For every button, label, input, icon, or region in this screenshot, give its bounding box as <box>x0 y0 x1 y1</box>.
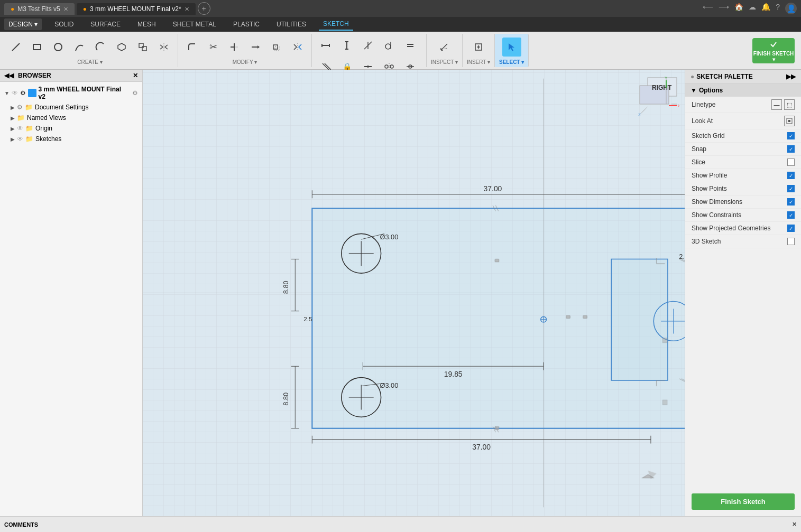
browser-close[interactable]: ✕ <box>133 72 138 79</box>
tool-offset[interactable] <box>267 38 286 57</box>
svg-point-30 <box>385 65 388 68</box>
tool-perpendicular[interactable] <box>358 36 378 55</box>
tab2-close[interactable]: ✕ <box>185 6 189 13</box>
root-gear[interactable]: ⚙ <box>20 89 26 97</box>
palette-linetype: Linetype — ⬚ <box>685 97 801 113</box>
options-header[interactable]: ▼ Options <box>685 84 801 97</box>
menu-surface[interactable]: SURFACE <box>86 18 125 30</box>
cloud-icon[interactable]: ☁ <box>749 3 756 14</box>
named-views-expand[interactable]: ▶ <box>11 115 15 121</box>
root-eye[interactable]: 👁 <box>12 89 18 97</box>
3d-sketch-checkbox[interactable] <box>787 238 795 245</box>
tool-horizontal[interactable] <box>316 36 335 55</box>
tool-rect2[interactable] <box>133 38 152 57</box>
show-dimensions-checkbox[interactable]: ✓ <box>787 198 795 206</box>
svg-rect-59 <box>611 259 668 380</box>
show-constraints-checkbox[interactable]: ✓ <box>787 211 795 219</box>
show-profile-checkbox[interactable]: ✓ <box>787 172 795 179</box>
tree-item-origin[interactable]: ▶ 👁 📁 Origin <box>2 123 140 134</box>
tree-item-root[interactable]: ▼ 👁 ⚙ 3 mm WHEEL MOUNT Final v2 ⚙ <box>2 84 140 102</box>
palette-title: SKETCH PALETTE <box>696 73 752 80</box>
tree-item-named-views[interactable]: ▶ 📁 Named Views <box>2 113 140 123</box>
svg-rect-12 <box>275 46 279 51</box>
inspect-label[interactable]: INSPECT ▾ <box>431 59 458 65</box>
3d-sketch-label: 3D Sketch <box>692 238 721 245</box>
design-dropdown[interactable]: DESIGN ▾ <box>4 18 42 30</box>
tool-rectangle[interactable] <box>27 38 47 57</box>
sketches-expand[interactable]: ▶ <box>11 136 15 142</box>
tool-tangent[interactable] <box>380 36 399 55</box>
menu-solid[interactable]: SOLID <box>50 18 78 30</box>
bottom-area: COMMENTS ✕ ⏮ ◀ ⏹ ▶ ⏭ ⊞ ⊟ <box>0 516 801 532</box>
tool-circle[interactable] <box>49 38 68 57</box>
menu-sheet-metal[interactable]: SHEET METAL <box>169 18 220 30</box>
svg-point-44 <box>769 40 778 49</box>
snap-checkbox[interactable]: ✓ <box>787 145 795 153</box>
tool-equal[interactable] <box>401 36 420 55</box>
menu-utilities[interactable]: UTILITIES <box>272 18 310 30</box>
slice-checkbox[interactable] <box>787 158 795 166</box>
sketch-grid-checkbox[interactable]: ✓ <box>787 132 795 139</box>
origin-expand[interactable]: ▶ <box>11 126 15 132</box>
menu-sketch[interactable]: SKETCH <box>319 18 353 31</box>
tree-item-sketches[interactable]: ▶ 👁 📁 Sketches <box>2 134 140 144</box>
tool-line[interactable] <box>6 38 25 57</box>
tool-polygon[interactable] <box>112 38 131 57</box>
tab1-close[interactable]: ✕ <box>63 6 68 13</box>
tool-mirror2[interactable] <box>288 38 307 57</box>
tool-select[interactable] <box>502 38 521 57</box>
create-label[interactable]: CREATE ▾ <box>77 59 103 65</box>
sketch-svg[interactable]: 37.00 37.00 19.85 8.80 8.80 3.00 <box>143 70 685 516</box>
tool-insert[interactable] <box>469 38 488 57</box>
root-expand[interactable]: ▼ <box>4 90 10 96</box>
origin-eye[interactable]: 👁 <box>17 125 23 132</box>
modify-label[interactable]: MODIFY ▾ <box>233 59 257 65</box>
snap-label: Snap <box>692 145 706 153</box>
tab-wheel-mount[interactable]: ● 3 mm WHEEL MOUNT Final v2* ✕ <box>77 3 196 15</box>
tool-measure[interactable]: ↔ <box>435 38 454 57</box>
tool-fillet[interactable] <box>182 38 201 57</box>
linetype-icon2[interactable]: ⬚ <box>784 99 795 110</box>
show-projected-checkbox[interactable]: ✓ <box>787 225 795 232</box>
notification-icon[interactable]: 🔔 <box>761 3 770 14</box>
sketches-label: Sketches <box>35 135 61 143</box>
finish-sketch-palette-btn[interactable]: Finish Sketch <box>692 493 795 510</box>
comments-bar: COMMENTS ✕ <box>0 516 801 532</box>
browser-expand-icon[interactable]: ◀◀ <box>4 72 14 79</box>
toolbar-modify-section: ✂ MODIFY ▾ <box>178 34 312 67</box>
tree-item-doc-settings[interactable]: ▶ ⚙ 📁 Document Settings <box>2 102 140 113</box>
user-avatar[interactable]: 👤 <box>785 3 797 14</box>
show-points-checkbox[interactable]: ✓ <box>787 185 795 192</box>
tool-vertical[interactable] <box>337 36 356 55</box>
palette-3d-sketch: 3D Sketch <box>685 235 801 248</box>
svg-point-28 <box>367 66 369 68</box>
tool-scissors[interactable]: ✂ <box>204 38 223 57</box>
toolbar-insert-section: INSERT ▾ <box>463 34 495 67</box>
canvas-area[interactable]: RIGHT Z X Y <box>143 70 685 516</box>
sidebar: ◀◀ BROWSER ✕ ▼ 👁 ⚙ 3 mm WHEEL MOUNT Fina… <box>0 70 143 516</box>
finish-sketch-toolbar-btn[interactable]: FINISH SKETCH ▾ <box>752 38 795 63</box>
linetype-icon1[interactable]: — <box>771 99 782 110</box>
insert-label[interactable]: INSERT ▾ <box>467 59 490 65</box>
tab-m3-test[interactable]: ● M3 Test Fits v5 ✕ <box>4 3 75 15</box>
tool-extend[interactable] <box>246 38 265 57</box>
select-label[interactable]: SELECT ▾ <box>499 59 524 65</box>
tool-spline[interactable] <box>70 38 89 57</box>
sketches-eye[interactable]: 👁 <box>17 135 23 143</box>
palette-expand[interactable]: ▶▶ <box>786 73 796 80</box>
help-icon[interactable]: ? <box>776 3 780 14</box>
comments-close[interactable]: ✕ <box>792 521 797 528</box>
palette-sketch-grid: Sketch Grid ✓ <box>685 129 801 143</box>
home-icon[interactable]: 🏠 <box>734 3 743 14</box>
tool-trim[interactable] <box>225 38 244 57</box>
look-at-icon[interactable] <box>784 116 795 126</box>
tool-arc[interactable] <box>91 38 110 57</box>
root-settings[interactable]: ⚙ <box>132 89 138 97</box>
menu-mesh[interactable]: MESH <box>133 18 160 30</box>
show-profile-label: Show Profile <box>692 172 727 179</box>
doc-settings-expand[interactable]: ▶ <box>11 105 15 110</box>
tool-mirror[interactable] <box>154 38 173 57</box>
doc-settings-gear[interactable]: ⚙ <box>17 104 23 111</box>
menu-plastic[interactable]: PLASTIC <box>229 18 264 30</box>
new-tab-button[interactable]: + <box>198 2 210 15</box>
